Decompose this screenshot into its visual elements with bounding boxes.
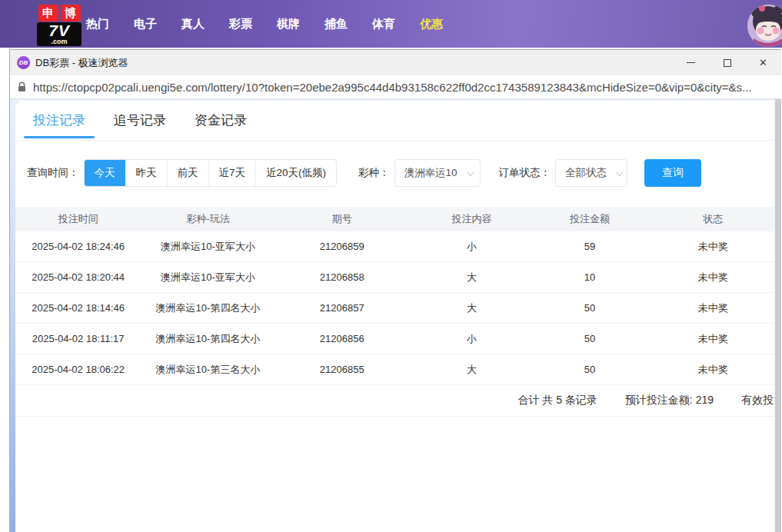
logo-badge-right: 博 [61, 5, 81, 22]
time-range-option[interactable]: 近7天 [208, 160, 256, 186]
time-range-option[interactable]: 近20天(低频) [255, 160, 336, 186]
table-row: 2025-04-02 18:11:17澳洲幸运10-第四名大小21206856小… [15, 324, 781, 354]
window-controls: ✕ [673, 50, 781, 75]
table-cell: 21206855 [275, 364, 409, 375]
browser-window: DB DB彩票 - 极速浏览器 ✕ https://ctopcp02pcali.… [9, 49, 781, 532]
nav-item[interactable]: 体育 [372, 17, 395, 32]
table-cell: 10 [534, 271, 644, 283]
user-avatar[interactable] [747, 5, 782, 47]
column-header: 投注金额 [534, 212, 644, 226]
summary-total-records: 合计 共 5 条记录 [517, 394, 597, 407]
table-cell: 澳洲幸运10-亚军大小 [141, 240, 275, 254]
table-cell: 50 [534, 302, 644, 314]
table-cell: 未中奖 [645, 271, 781, 284]
table-cell: 未中奖 [645, 332, 781, 346]
table-summary-row: 合计 共 5 条记录 预计投注金额: 219 有效投注 [15, 385, 781, 417]
time-range-group: 今天昨天前天近7天近20天(低频) [84, 159, 338, 187]
tab[interactable]: 追号记录 [114, 101, 166, 140]
padlock-icon [18, 81, 26, 92]
nav-item[interactable]: 棋牌 [277, 17, 300, 32]
table-cell: 未中奖 [645, 301, 781, 315]
logo-suffix-text: .com [38, 38, 80, 45]
scrollbar-thumb[interactable] [775, 99, 781, 532]
table-cell: 未中奖 [645, 363, 781, 377]
table-cell: 澳洲幸运10-第四名大小 [141, 301, 275, 315]
main-menu: 热门电子真人彩票棋牌捕鱼体育优惠 [86, 0, 443, 48]
table-row: 2025-04-02 18:14:46澳洲幸运10-第四名大小21206857大… [15, 293, 781, 324]
lottery-filter-label: 彩种： [358, 166, 390, 180]
chevron-down-icon [467, 168, 474, 176]
record-tabs: 投注记录追号记录资金记录 [15, 101, 781, 141]
nav-item[interactable]: 真人 [181, 17, 205, 32]
column-header: 彩种-玩法 [141, 212, 275, 226]
site-logo[interactable]: 申 博 7V .com [37, 5, 82, 46]
table-cell: 21206858 [275, 271, 409, 283]
nav-item[interactable]: 捕鱼 [324, 17, 348, 32]
close-button[interactable]: ✕ [745, 50, 781, 75]
lottery-select-value: 澳洲幸运10 [404, 166, 458, 180]
table-header-row: 投注时间彩种-玩法期号投注内容投注金额状态 [15, 207, 781, 231]
table-cell: 21206857 [275, 302, 409, 314]
nav-item[interactable]: 热门 [86, 17, 109, 32]
query-button[interactable]: 查询 [644, 159, 701, 187]
table-cell: 2025-04-02 18:14:46 [15, 302, 141, 314]
table-cell: 2025-04-02 18:11:17 [15, 333, 141, 344]
table-row: 2025-04-02 18:24:46澳洲幸运10-亚军大小21206859小5… [15, 231, 781, 262]
table-cell: 澳洲幸运10-第四名大小 [141, 332, 275, 346]
lottery-select[interactable]: 澳洲幸运10 [394, 159, 481, 187]
time-filter-label: 查询时间： [27, 166, 79, 180]
table-cell: 59 [534, 241, 644, 252]
tab[interactable]: 投注记录 [33, 101, 85, 140]
table-cell: 小 [409, 240, 534, 254]
window-titlebar: DB DB彩票 - 极速浏览器 ✕ [10, 50, 781, 75]
close-icon: ✕ [759, 58, 767, 68]
table-row: 2025-04-02 18:20:44澳洲幸运10-亚军大小21206858大1… [15, 262, 781, 293]
tab[interactable]: 资金记录 [195, 101, 247, 140]
table-body: 2025-04-02 18:24:46澳洲幸运10-亚军大小21206859小5… [15, 231, 781, 385]
nav-item[interactable]: 优惠 [420, 17, 443, 32]
browser-app-icon: DB [17, 56, 30, 69]
table-cell: 大 [409, 363, 534, 377]
time-range-option[interactable]: 前天 [167, 160, 208, 186]
column-header: 状态 [645, 212, 781, 226]
minimize-icon [687, 62, 695, 63]
nav-item[interactable]: 电子 [134, 17, 157, 32]
browser-url-bar: https://ctopcp02pcali.uengi5e.com/lotter… [10, 75, 781, 99]
table-cell: 50 [534, 364, 644, 375]
table-cell: 大 [409, 301, 534, 315]
minimize-button[interactable] [673, 50, 709, 75]
chevron-down-icon [616, 168, 624, 176]
table-cell: 21206859 [275, 241, 409, 252]
time-range-option[interactable]: 昨天 [125, 160, 167, 186]
maximize-icon [724, 59, 731, 67]
logo-wordmark: 7V .com [37, 22, 82, 46]
filter-bar: 查询时间： 今天昨天前天近7天近20天(低频) 彩种： 澳洲幸运10 订单状态：… [15, 159, 781, 187]
avatar-image [747, 5, 782, 47]
time-range-option[interactable]: 今天 [85, 160, 125, 186]
maximize-button[interactable] [709, 50, 745, 75]
logo-badges: 申 博 [37, 5, 82, 22]
column-header: 投注时间 [15, 212, 141, 226]
table-cell: 2025-04-02 18:06:22 [15, 364, 141, 375]
url-text[interactable]: https://ctopcp02pcali.uengi5e.com/lotter… [33, 81, 774, 94]
table-cell: 小 [409, 332, 534, 346]
table-cell: 未中奖 [645, 240, 781, 254]
table-cell: 2025-04-02 18:24:46 [15, 241, 141, 252]
logo-badge-left: 申 [38, 5, 58, 22]
records-panel: 投注记录追号记录资金记录 查询时间： 今天昨天前天近7天近20天(低频) 彩种：… [15, 101, 781, 532]
page-content: 投注记录追号记录资金记录 查询时间： 今天昨天前天近7天近20天(低频) 彩种：… [10, 99, 781, 532]
table-row: 2025-04-02 18:06:22澳洲幸运10-第三名大小21206855大… [15, 354, 781, 385]
order-status-select[interactable]: 全部状态 [555, 159, 627, 187]
table-cell: 澳洲幸运10-第三名大小 [141, 363, 275, 377]
vertical-scrollbar [774, 99, 781, 532]
bet-records-table: 投注时间彩种-玩法期号投注内容投注金额状态 2025-04-02 18:24:4… [15, 207, 781, 417]
logo-main-text: 7V [38, 23, 80, 38]
table-cell: 澳洲幸运10-亚军大小 [141, 271, 275, 284]
table-cell: 21206856 [275, 333, 409, 344]
status-filter-label: 订单状态： [499, 166, 551, 180]
nav-item[interactable]: 彩票 [229, 17, 252, 32]
column-header: 期号 [275, 212, 409, 226]
window-title: DB彩票 - 极速浏览器 [35, 56, 128, 70]
column-header: 投注内容 [409, 212, 534, 226]
summary-estimated-amount: 预计投注金额: 219 [625, 394, 714, 407]
